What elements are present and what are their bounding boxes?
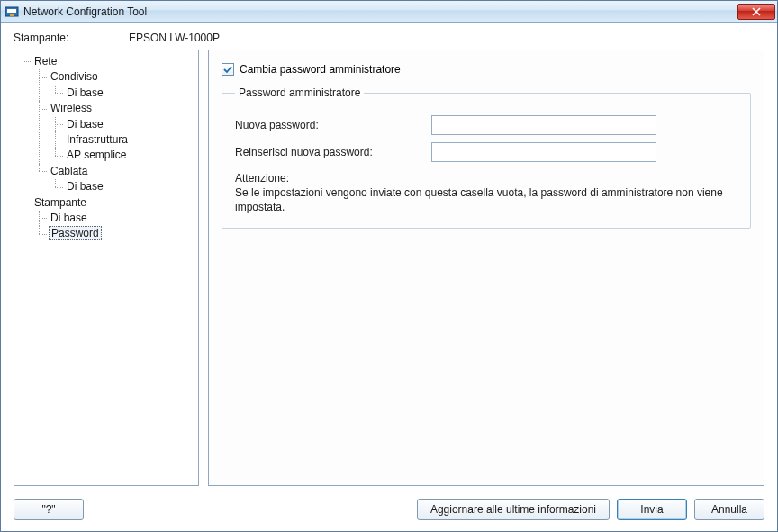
svg-rect-2 bbox=[10, 14, 14, 16]
settings-panel: Cambia password amministratore Password … bbox=[208, 50, 764, 486]
tree-node-stampante[interactable]: Stampante bbox=[32, 196, 88, 209]
header-row: Stampante: EPSON LW-1000P bbox=[1, 23, 777, 50]
tree-node-wireless-base[interactable]: Di base bbox=[65, 118, 105, 131]
app-icon bbox=[5, 5, 19, 19]
tree-node-cablata-base[interactable]: Di base bbox=[65, 180, 105, 193]
window-frame: Network Configration Tool Stampante: EPS… bbox=[0, 0, 778, 532]
tree-node-stampante-base[interactable]: Di base bbox=[49, 212, 89, 224]
content-area: Rete Condiviso Di base Wireless Di base bbox=[1, 50, 777, 493]
confirm-password-input[interactable] bbox=[431, 142, 656, 162]
tree-node-condiviso[interactable]: Condiviso bbox=[49, 70, 100, 83]
button-bar: "?" Aggiornare alle ultime informazioni … bbox=[1, 493, 777, 531]
tree-node-wireless-infra[interactable]: Infrastruttura bbox=[65, 133, 130, 146]
titlebar: Network Configration Tool bbox=[1, 1, 777, 23]
warning-block: Attenzione: Se le impostazioni vengono i… bbox=[235, 171, 737, 215]
send-button[interactable]: Invia bbox=[617, 499, 687, 520]
printer-label: Stampante: bbox=[14, 32, 129, 44]
svg-rect-1 bbox=[7, 9, 16, 13]
check-icon bbox=[223, 65, 232, 74]
printer-value: EPSON LW-1000P bbox=[129, 32, 220, 44]
window-title: Network Configration Tool bbox=[23, 5, 737, 18]
refresh-button[interactable]: Aggiornare alle ultime informazioni bbox=[417, 499, 610, 520]
change-password-checkbox[interactable] bbox=[222, 63, 234, 76]
cancel-button[interactable]: Annulla bbox=[694, 499, 764, 520]
password-group-legend: Password amministratore bbox=[235, 86, 364, 99]
nav-tree: Rete Condiviso Di base Wireless Di base bbox=[14, 50, 199, 486]
close-icon bbox=[752, 7, 761, 16]
tree-node-cablata[interactable]: Cablata bbox=[49, 165, 89, 177]
tree-node-rete[interactable]: Rete bbox=[32, 55, 59, 68]
help-button[interactable]: "?" bbox=[14, 499, 84, 520]
warning-title: Attenzione: bbox=[235, 171, 737, 185]
tree-node-wireless[interactable]: Wireless bbox=[49, 102, 94, 114]
confirm-password-label: Reinserisci nuova password: bbox=[235, 146, 424, 158]
new-password-label: Nuova password: bbox=[235, 119, 424, 131]
warning-body: Se le impostazioni vengono inviate con q… bbox=[235, 185, 737, 214]
tree-node-condiviso-base[interactable]: Di base bbox=[65, 86, 105, 99]
change-password-label: Cambia password amministratore bbox=[240, 63, 401, 76]
tree-node-stampante-password[interactable]: Password bbox=[49, 226, 102, 240]
window-close-button[interactable] bbox=[737, 4, 775, 20]
tree-node-wireless-ap[interactable]: AP semplice bbox=[65, 149, 128, 161]
password-group: Password amministratore Nuova password: … bbox=[222, 86, 751, 229]
new-password-input[interactable] bbox=[431, 115, 656, 135]
